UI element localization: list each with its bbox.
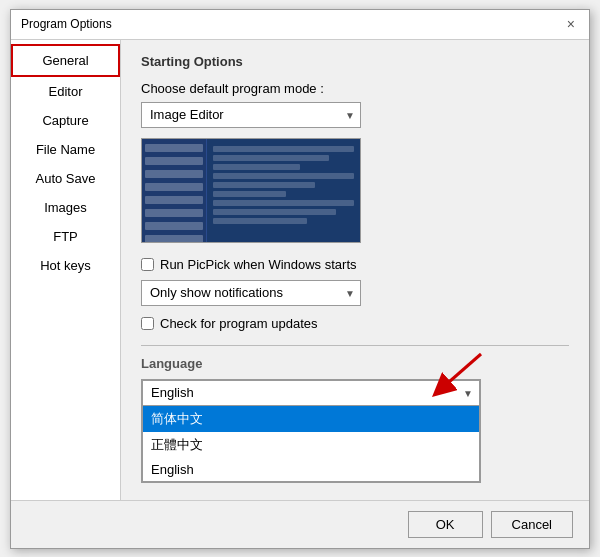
language-current-value: English bbox=[151, 385, 194, 400]
divider bbox=[141, 345, 569, 346]
section-title: Starting Options bbox=[141, 54, 569, 69]
sidebar-item-ftp[interactable]: FTP bbox=[11, 222, 120, 251]
program-mode-preview bbox=[141, 138, 361, 243]
dialog-footer: OK Cancel bbox=[11, 500, 589, 548]
content-area: Starting Options Choose default program … bbox=[121, 40, 589, 500]
run-on-startup-checkbox[interactable] bbox=[141, 258, 154, 271]
check-updates-row: Check for program updates bbox=[141, 316, 569, 331]
run-on-startup-row: Run PicPick when Windows starts bbox=[141, 257, 569, 272]
dialog-body: General Editor Capture File Name Auto Sa… bbox=[11, 40, 589, 500]
dialog-title: Program Options bbox=[21, 17, 112, 31]
red-arrow-annotation bbox=[391, 349, 491, 404]
language-option-english[interactable]: English bbox=[143, 458, 479, 481]
language-option-traditional-chinese[interactable]: 正體中文 bbox=[143, 432, 479, 458]
program-mode-select[interactable]: Image Editor Screen Capture Color Picker bbox=[141, 102, 361, 128]
notifications-select-wrapper: Only show notifications Show main window… bbox=[141, 280, 361, 306]
sidebar: General Editor Capture File Name Auto Sa… bbox=[11, 40, 121, 500]
language-dropdown-container: English ▼ 简体中文 正體中文 English bbox=[141, 379, 481, 483]
svg-line-1 bbox=[441, 354, 481, 389]
ok-button[interactable]: OK bbox=[408, 511, 483, 538]
program-mode-label: Choose default program mode : bbox=[141, 81, 569, 96]
check-updates-label: Check for program updates bbox=[160, 316, 318, 331]
title-bar: Program Options × bbox=[11, 10, 589, 40]
program-mode-select-wrapper: Image Editor Screen Capture Color Picker… bbox=[141, 102, 361, 128]
sidebar-item-capture[interactable]: Capture bbox=[11, 106, 120, 135]
language-option-simplified-chinese[interactable]: 简体中文 bbox=[143, 406, 479, 432]
cancel-button[interactable]: Cancel bbox=[491, 511, 573, 538]
close-button[interactable]: × bbox=[563, 17, 579, 31]
sidebar-item-editor[interactable]: Editor bbox=[11, 77, 120, 106]
sidebar-item-general[interactable]: General bbox=[11, 44, 120, 77]
language-section-label: Language bbox=[141, 356, 569, 371]
preview-main bbox=[207, 139, 360, 242]
sidebar-item-filename[interactable]: File Name bbox=[11, 135, 120, 164]
run-on-startup-label: Run PicPick when Windows starts bbox=[160, 257, 357, 272]
check-updates-checkbox[interactable] bbox=[141, 317, 154, 330]
sidebar-item-images[interactable]: Images bbox=[11, 193, 120, 222]
sidebar-item-autosave[interactable]: Auto Save bbox=[11, 164, 120, 193]
program-options-dialog: Program Options × General Editor Capture… bbox=[10, 9, 590, 549]
sidebar-item-hotkeys[interactable]: Hot keys bbox=[11, 251, 120, 280]
preview-sidebar bbox=[142, 139, 207, 242]
notifications-select[interactable]: Only show notifications Show main window… bbox=[141, 280, 361, 306]
